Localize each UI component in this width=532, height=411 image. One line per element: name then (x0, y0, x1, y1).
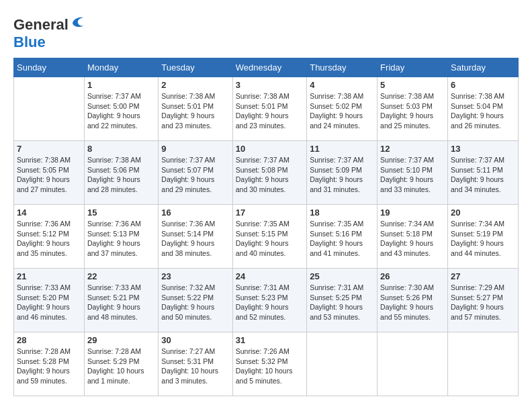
day-number: 27 (451, 271, 515, 281)
column-header-tuesday: Tuesday (159, 58, 232, 77)
page-header: General Blue (13, 13, 519, 51)
calendar-cell: 21Sunrise: 7:33 AMSunset: 5:20 PMDayligh… (14, 269, 85, 332)
day-info: Sunrise: 7:31 AMSunset: 5:25 PMDaylight:… (310, 283, 374, 322)
day-info: Sunrise: 7:30 AMSunset: 5:26 PMDaylight:… (380, 283, 445, 322)
day-number: 29 (87, 335, 155, 345)
calendar-cell: 15Sunrise: 7:36 AMSunset: 5:13 PMDayligh… (84, 205, 158, 269)
day-number: 23 (161, 271, 229, 281)
day-number: 4 (310, 80, 374, 90)
calendar-week-row: 1Sunrise: 7:37 AMSunset: 5:00 PMDaylight… (14, 77, 519, 141)
day-number: 10 (236, 144, 304, 154)
column-header-monday: Monday (84, 58, 158, 77)
calendar-cell: 23Sunrise: 7:32 AMSunset: 5:22 PMDayligh… (159, 269, 232, 332)
day-info: Sunrise: 7:31 AMSunset: 5:23 PMDaylight:… (236, 283, 304, 322)
day-info: Sunrise: 7:32 AMSunset: 5:22 PMDaylight:… (161, 283, 229, 322)
calendar-cell: 29Sunrise: 7:28 AMSunset: 5:29 PMDayligh… (84, 332, 158, 396)
calendar-cell: 9Sunrise: 7:37 AMSunset: 5:07 PMDaylight… (159, 141, 232, 205)
calendar-cell (14, 77, 85, 141)
calendar-cell: 30Sunrise: 7:27 AMSunset: 5:31 PMDayligh… (159, 332, 232, 396)
day-number: 6 (451, 80, 515, 90)
calendar-cell: 7Sunrise: 7:38 AMSunset: 5:05 PMDaylight… (14, 141, 85, 205)
calendar-header-row: SundayMondayTuesdayWednesdayThursdayFrid… (14, 58, 519, 77)
calendar-cell: 18Sunrise: 7:35 AMSunset: 5:16 PMDayligh… (307, 205, 378, 269)
column-header-friday: Friday (378, 58, 448, 77)
day-info: Sunrise: 7:37 AMSunset: 5:09 PMDaylight:… (310, 155, 374, 195)
calendar-cell: 10Sunrise: 7:37 AMSunset: 5:08 PMDayligh… (232, 141, 306, 205)
calendar-cell: 27Sunrise: 7:29 AMSunset: 5:27 PMDayligh… (448, 269, 519, 332)
day-number: 15 (87, 208, 155, 218)
column-header-thursday: Thursday (307, 58, 378, 77)
day-number: 5 (380, 80, 445, 90)
day-number: 11 (310, 144, 374, 154)
calendar-cell: 1Sunrise: 7:37 AMSunset: 5:00 PMDaylight… (84, 77, 158, 141)
calendar-cell: 16Sunrise: 7:36 AMSunset: 5:14 PMDayligh… (159, 205, 232, 269)
calendar-week-row: 28Sunrise: 7:28 AMSunset: 5:28 PMDayligh… (14, 332, 519, 396)
day-number: 9 (161, 144, 229, 154)
day-info: Sunrise: 7:34 AMSunset: 5:19 PMDaylight:… (451, 219, 515, 259)
day-info: Sunrise: 7:28 AMSunset: 5:28 PMDaylight:… (17, 347, 81, 386)
day-info: Sunrise: 7:38 AMSunset: 5:02 PMDaylight:… (310, 91, 374, 131)
logo-general-text: General (13, 16, 69, 33)
day-info: Sunrise: 7:37 AMSunset: 5:11 PMDaylight:… (451, 155, 515, 195)
calendar-cell (448, 332, 519, 396)
day-number: 12 (380, 144, 445, 154)
day-info: Sunrise: 7:38 AMSunset: 5:01 PMDaylight:… (236, 91, 304, 131)
day-number: 3 (236, 80, 304, 90)
day-number: 21 (17, 271, 81, 281)
day-info: Sunrise: 7:37 AMSunset: 5:00 PMDaylight:… (87, 91, 155, 131)
calendar-week-row: 21Sunrise: 7:33 AMSunset: 5:20 PMDayligh… (14, 269, 519, 332)
day-info: Sunrise: 7:34 AMSunset: 5:18 PMDaylight:… (380, 219, 445, 259)
day-number: 16 (161, 208, 229, 218)
calendar-cell: 20Sunrise: 7:34 AMSunset: 5:19 PMDayligh… (448, 205, 519, 269)
day-info: Sunrise: 7:36 AMSunset: 5:12 PMDaylight:… (17, 219, 81, 259)
calendar-cell: 19Sunrise: 7:34 AMSunset: 5:18 PMDayligh… (378, 205, 448, 269)
day-number: 7 (17, 144, 81, 154)
day-info: Sunrise: 7:36 AMSunset: 5:13 PMDaylight:… (87, 219, 155, 259)
day-info: Sunrise: 7:37 AMSunset: 5:10 PMDaylight:… (380, 155, 445, 195)
column-header-wednesday: Wednesday (232, 58, 306, 77)
day-info: Sunrise: 7:35 AMSunset: 5:15 PMDaylight:… (236, 219, 304, 259)
day-info: Sunrise: 7:27 AMSunset: 5:31 PMDaylight:… (161, 347, 229, 386)
calendar-table: SundayMondayTuesdayWednesdayThursdayFrid… (13, 58, 519, 396)
column-header-sunday: Sunday (14, 58, 85, 77)
calendar-cell: 3Sunrise: 7:38 AMSunset: 5:01 PMDaylight… (232, 77, 306, 141)
day-info: Sunrise: 7:33 AMSunset: 5:20 PMDaylight:… (17, 283, 81, 322)
calendar-cell: 26Sunrise: 7:30 AMSunset: 5:26 PMDayligh… (378, 269, 448, 332)
day-info: Sunrise: 7:37 AMSunset: 5:07 PMDaylight:… (161, 155, 229, 195)
day-info: Sunrise: 7:33 AMSunset: 5:21 PMDaylight:… (87, 283, 155, 322)
day-number: 28 (17, 335, 81, 345)
day-info: Sunrise: 7:28 AMSunset: 5:29 PMDaylight:… (87, 347, 155, 386)
calendar-cell: 12Sunrise: 7:37 AMSunset: 5:10 PMDayligh… (378, 141, 448, 205)
calendar-cell: 22Sunrise: 7:33 AMSunset: 5:21 PMDayligh… (84, 269, 158, 332)
day-info: Sunrise: 7:38 AMSunset: 5:05 PMDaylight:… (17, 155, 81, 195)
day-number: 24 (236, 271, 304, 281)
calendar-cell: 17Sunrise: 7:35 AMSunset: 5:15 PMDayligh… (232, 205, 306, 269)
calendar-cell: 6Sunrise: 7:38 AMSunset: 5:04 PMDaylight… (448, 77, 519, 141)
calendar-cell: 31Sunrise: 7:26 AMSunset: 5:32 PMDayligh… (232, 332, 306, 396)
day-number: 30 (161, 335, 229, 345)
day-info: Sunrise: 7:38 AMSunset: 5:06 PMDaylight:… (87, 155, 155, 195)
calendar-cell: 24Sunrise: 7:31 AMSunset: 5:23 PMDayligh… (232, 269, 306, 332)
day-info: Sunrise: 7:35 AMSunset: 5:16 PMDaylight:… (310, 219, 374, 259)
calendar-cell: 2Sunrise: 7:38 AMSunset: 5:01 PMDaylight… (159, 77, 232, 141)
day-number: 13 (451, 144, 515, 154)
day-number: 26 (380, 271, 445, 281)
calendar-cell: 13Sunrise: 7:37 AMSunset: 5:11 PMDayligh… (448, 141, 519, 205)
day-info: Sunrise: 7:38 AMSunset: 5:01 PMDaylight:… (161, 91, 229, 131)
calendar-cell: 14Sunrise: 7:36 AMSunset: 5:12 PMDayligh… (14, 205, 85, 269)
day-number: 8 (87, 144, 155, 154)
calendar-cell: 8Sunrise: 7:38 AMSunset: 5:06 PMDaylight… (84, 141, 158, 205)
day-number: 19 (380, 208, 445, 218)
calendar-week-row: 14Sunrise: 7:36 AMSunset: 5:12 PMDayligh… (14, 205, 519, 269)
column-header-saturday: Saturday (448, 58, 519, 77)
calendar-week-row: 7Sunrise: 7:38 AMSunset: 5:05 PMDaylight… (14, 141, 519, 205)
calendar-cell: 11Sunrise: 7:37 AMSunset: 5:09 PMDayligh… (307, 141, 378, 205)
logo-blue-text: Blue (13, 34, 46, 50)
calendar-cell: 5Sunrise: 7:38 AMSunset: 5:03 PMDaylight… (378, 77, 448, 141)
day-info: Sunrise: 7:26 AMSunset: 5:32 PMDaylight:… (236, 347, 304, 386)
day-number: 31 (236, 335, 304, 345)
day-number: 17 (236, 208, 304, 218)
calendar-cell (307, 332, 378, 396)
day-info: Sunrise: 7:36 AMSunset: 5:14 PMDaylight:… (161, 219, 229, 259)
calendar-cell: 4Sunrise: 7:38 AMSunset: 5:02 PMDaylight… (307, 77, 378, 141)
